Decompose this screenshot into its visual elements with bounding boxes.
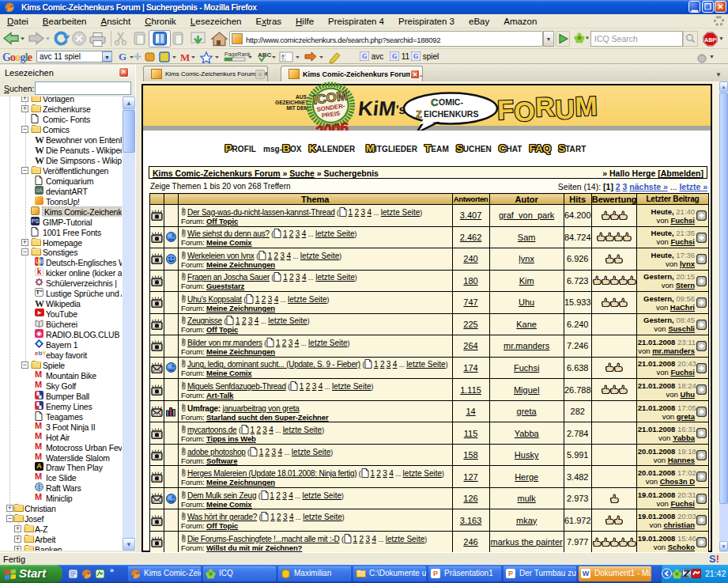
- svg-text:G: G: [392, 53, 397, 60]
- svg-text:C: C: [431, 97, 439, 108]
- svg-text:EICHENKURS: EICHENKURS: [424, 109, 478, 119]
- svg-text:G: G: [413, 53, 418, 60]
- svg-text:G: G: [362, 53, 367, 60]
- svg-text:G: G: [119, 51, 126, 62]
- svg-text:7↓: 7↓: [281, 57, 286, 62]
- svg-text:FORUM: FORUM: [496, 90, 598, 127]
- svg-text:M: M: [180, 51, 190, 63]
- svg-text:KiM's: KiM's: [357, 97, 408, 120]
- svg-text:Z: Z: [416, 108, 422, 120]
- svg-text:ABP: ABP: [704, 37, 716, 43]
- svg-text:PageRank: PageRank: [224, 51, 251, 58]
- svg-text:OMIC-: OMIC-: [439, 97, 463, 107]
